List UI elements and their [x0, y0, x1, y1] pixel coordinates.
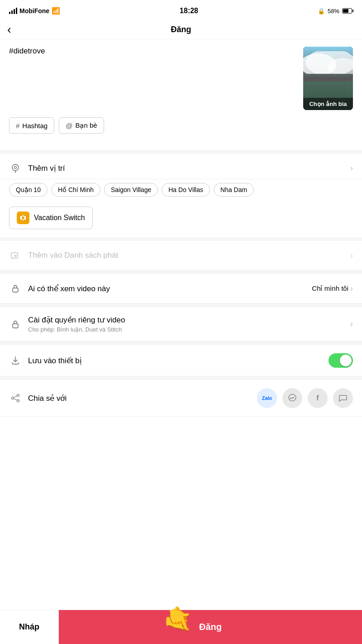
- battery-label: 58%: [328, 8, 339, 14]
- svg-point-14: [17, 394, 19, 397]
- vacation-switch-label: Vacation Switch: [34, 214, 85, 222]
- location-chips: Quận 10 Hồ Chí Minh Saigon Village Ha Do…: [0, 179, 362, 202]
- toggle-knob: [340, 355, 352, 366]
- privacy-content: Ai có thể xem video này: [28, 284, 312, 293]
- bottom-spacer: [0, 417, 362, 453]
- hashtag-button[interactable]: # Hashtag: [9, 117, 54, 134]
- vacation-switch-button[interactable]: Vacation Switch: [9, 207, 93, 229]
- share-platforms: Zalo f: [257, 388, 353, 408]
- svg-point-16: [17, 400, 19, 402]
- svg-point-0: [12, 164, 19, 171]
- playlist-content: Thêm vào Danh sách phát: [28, 251, 350, 260]
- cover-label: Chọn ảnh bìa: [303, 98, 353, 110]
- section-divider-1: [0, 150, 362, 154]
- privacy-chevron-icon: ›: [350, 284, 353, 293]
- bottom-action-bar: Nháp Đăng: [0, 610, 362, 644]
- facebook-button[interactable]: f: [308, 388, 328, 408]
- save-device-toggle[interactable]: [329, 353, 353, 368]
- chip-hado[interactable]: Ha Do Villas: [162, 183, 210, 197]
- chip-saigon[interactable]: Saigon Village: [104, 183, 158, 197]
- message-button[interactable]: [333, 388, 353, 408]
- vacation-icon: [17, 211, 29, 224]
- section-divider-4: [0, 303, 362, 307]
- privacy-title: Ai có thể xem video này: [28, 284, 312, 293]
- caption-area: #didetrove Chọn ảnh bìa: [9, 47, 353, 110]
- playlist-icon: [9, 249, 22, 262]
- signal-icon: [9, 8, 17, 14]
- save-device-right: [329, 353, 353, 368]
- save-device-row[interactable]: Lưu vào thiết bị: [0, 345, 362, 376]
- chip-quan10[interactable]: Quận 10: [9, 183, 48, 197]
- cover-selector[interactable]: Chọn ảnh bìa: [303, 47, 353, 110]
- draft-button[interactable]: Nháp: [0, 610, 59, 644]
- privacy-settings-chevron-icon: ›: [350, 319, 353, 329]
- privacy-settings-content: Cài đặt quyền riêng tư video Cho phép: B…: [28, 315, 350, 333]
- svg-line-17: [14, 396, 17, 398]
- mention-label: Bạn bè: [75, 121, 97, 130]
- hashtag-label: Hashtag: [22, 122, 48, 130]
- svg-rect-13: [13, 324, 18, 328]
- save-device-content: Lưu vào thiết bị: [28, 356, 329, 365]
- privacy-right: Chỉ mình tôi ›: [312, 284, 353, 293]
- location-content: Thêm vị trí: [28, 163, 350, 173]
- location-icon: [9, 162, 22, 174]
- privacy-settings-row[interactable]: Cài đặt quyền riêng tư video Cho phép: B…: [0, 307, 362, 341]
- caption-text[interactable]: #didetrove: [9, 47, 303, 83]
- privacy-settings-right: ›: [350, 319, 353, 329]
- page-title: Đăng: [171, 25, 191, 34]
- svg-line-18: [14, 399, 17, 400]
- tag-buttons: # Hashtag @ Bạn bè: [9, 117, 353, 134]
- playlist-row[interactable]: Thêm vào Danh sách phát ›: [0, 241, 362, 270]
- svg-point-1: [14, 167, 17, 169]
- battery-icon: [342, 8, 353, 14]
- hash-icon: #: [16, 122, 19, 130]
- status-time: 18:28: [180, 7, 198, 15]
- messenger-button[interactable]: [282, 388, 302, 408]
- share-icons: Zalo f: [257, 388, 353, 408]
- privacy-icon: [9, 282, 22, 295]
- section-divider-3: [0, 270, 362, 274]
- privacy-settings-icon: [9, 318, 22, 331]
- share-icon: [9, 392, 22, 404]
- share-row: Chia sẻ với Zalo f: [0, 380, 362, 417]
- location-right: ›: [350, 163, 353, 173]
- carrier-label: MobiFone: [19, 7, 49, 14]
- chip-hcm[interactable]: Hồ Chí Minh: [51, 183, 100, 197]
- svg-point-15: [12, 397, 14, 399]
- section-divider-5: [0, 341, 362, 345]
- post-button[interactable]: Đăng: [59, 610, 362, 644]
- svg-point-19: [289, 394, 296, 401]
- status-bar: MobiFone 📶 18:28 🔒 58%: [0, 0, 362, 20]
- at-icon: @: [66, 122, 72, 130]
- post-button-label: Đăng: [199, 622, 222, 632]
- playlist-chevron-icon: ›: [350, 251, 353, 260]
- save-device-icon: [9, 354, 22, 367]
- save-device-title: Lưu vào thiết bị: [28, 356, 329, 365]
- chip-nha[interactable]: Nha Dam: [214, 183, 254, 197]
- svg-rect-12: [13, 288, 18, 292]
- privacy-value: Chỉ mình tôi: [312, 284, 348, 293]
- content-area: #didetrove Chọn ảnh bìa # Hashtag @ Bạn …: [0, 39, 362, 150]
- section-divider-2: [0, 237, 362, 241]
- nav-bar: ‹ Đăng: [0, 20, 362, 39]
- back-button[interactable]: ‹: [7, 24, 11, 35]
- location-title: Thêm vị trí: [28, 163, 350, 173]
- wifi-icon: 📶: [52, 7, 60, 15]
- privacy-row[interactable]: Ai có thể xem video này Chỉ mình tôi ›: [0, 274, 362, 303]
- vacation-switch-row: Vacation Switch: [0, 202, 362, 237]
- privacy-settings-title: Cài đặt quyền riêng tư video: [28, 315, 350, 325]
- status-left: MobiFone 📶: [9, 7, 60, 15]
- share-title: Chia sẻ với: [28, 394, 257, 403]
- section-divider-6: [0, 376, 362, 380]
- svg-point-5: [22, 216, 24, 219]
- lock-icon: 🔒: [318, 8, 325, 14]
- svg-marker-11: [14, 255, 17, 257]
- location-row[interactable]: Thêm vị trí ›: [0, 154, 362, 179]
- zalo-button[interactable]: Zalo: [257, 388, 277, 408]
- cover-clouds: [303, 51, 353, 74]
- mention-button[interactable]: @ Bạn bè: [59, 117, 104, 134]
- status-right: 🔒 58%: [318, 8, 353, 14]
- privacy-settings-subtitle: Cho phép: Bình luận, Duet và Stitch: [28, 326, 350, 333]
- playlist-title: Thêm vào Danh sách phát: [28, 251, 350, 260]
- playlist-right: ›: [350, 251, 353, 260]
